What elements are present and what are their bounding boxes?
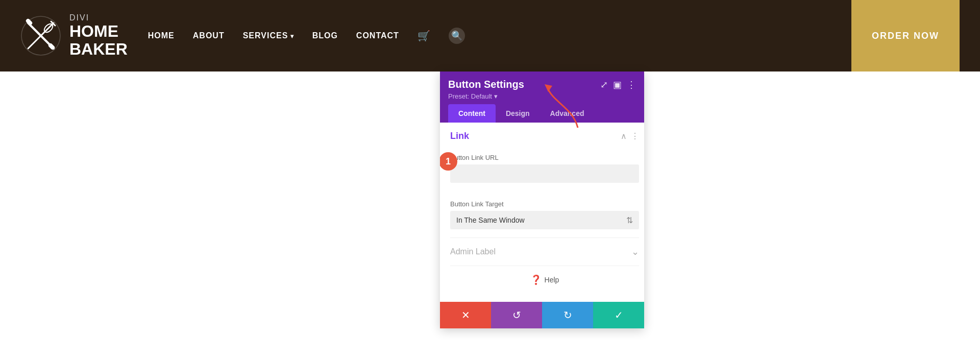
panel-body: 1 Link ∧ ⋮ Button Link URL (440, 123, 644, 328)
section-more-icon[interactable]: ⋮ (631, 131, 639, 141)
nav-about[interactable]: ABOUT (193, 31, 225, 40)
help-label: Help (545, 276, 559, 284)
section-chevron-up-icon[interactable]: ∧ (621, 131, 627, 141)
save-button[interactable]: ✓ (593, 302, 644, 328)
panel-preset[interactable]: Preset: Default (448, 92, 636, 100)
site-header: DIVI HOME BAKER HOME ABOUT SERVICES BLOG… (0, 0, 980, 71)
url-field-group: 1 Link ∧ ⋮ Button Link URL (450, 131, 639, 192)
panel-scroll-area[interactable]: 1 Link ∧ ⋮ Button Link URL (440, 123, 644, 302)
more-options-icon[interactable]: ⋮ (627, 79, 636, 90)
panel-tabs: Content Design Advanced (448, 104, 636, 123)
logo-icon (20, 15, 61, 56)
help-icon: ❓ (530, 274, 542, 285)
section-header-icons: ∧ ⋮ (621, 131, 639, 141)
help-row[interactable]: ❓ Help (450, 266, 639, 294)
link-section-title: Link (450, 131, 469, 141)
nav-services[interactable]: SERVICES (243, 31, 294, 40)
target-select-wrapper: In The Same Window In The New Tab ⇅ (450, 211, 639, 229)
expand-icon[interactable]: ⤢ (600, 79, 608, 90)
nav-home[interactable]: HOME (148, 31, 175, 40)
logo-text: DIVI HOME BAKER (69, 13, 128, 58)
admin-label-chevron-icon[interactable]: ⌄ (631, 246, 639, 257)
main-content: Button Settings ⤢ ▣ ⋮ Preset: Default Co… (0, 71, 980, 358)
undo-button[interactable]: ↺ (491, 302, 542, 328)
logo[interactable]: DIVI HOME BAKER (20, 13, 128, 58)
target-select[interactable]: In The Same Window In The New Tab (450, 211, 639, 229)
svg-rect-2 (25, 18, 33, 26)
tab-advanced[interactable]: Advanced (540, 104, 595, 123)
link-section-header: Link ∧ ⋮ (450, 131, 639, 146)
main-nav: HOME ABOUT SERVICES BLOG CONTACT 🛒 🔍 (148, 28, 851, 44)
admin-label-section[interactable]: Admin Label ⌄ (450, 237, 639, 266)
nav-contact[interactable]: CONTACT (356, 31, 399, 40)
tab-design[interactable]: Design (496, 104, 540, 123)
cart-icon[interactable]: 🛒 (418, 30, 430, 42)
nav-blog[interactable]: BLOG (312, 31, 338, 40)
target-field: Button Link Target In The Same Window In… (450, 200, 639, 229)
panel-header: Button Settings ⤢ ▣ ⋮ Preset: Default Co… (440, 71, 644, 123)
redo-button[interactable]: ↻ (542, 302, 593, 328)
admin-label-title: Admin Label (450, 247, 496, 256)
search-icon[interactable]: 🔍 (449, 28, 465, 44)
url-field: Button Link URL (450, 154, 639, 192)
url-input[interactable] (450, 164, 639, 183)
panel-title-icons: ⤢ ▣ ⋮ (600, 79, 636, 90)
button-settings-panel: Button Settings ⤢ ▣ ⋮ Preset: Default Co… (440, 71, 644, 328)
order-now-button[interactable]: ORDER NOW (851, 0, 960, 71)
url-label: Button Link URL (450, 154, 639, 161)
cancel-button[interactable]: ✕ (440, 302, 491, 328)
tab-content[interactable]: Content (448, 104, 496, 123)
sidebar-icon[interactable]: ▣ (613, 79, 622, 90)
target-label: Button Link Target (450, 200, 639, 208)
panel-actions: ✕ ↺ ↻ ✓ (440, 302, 644, 328)
panel-title: Button Settings (448, 79, 524, 90)
